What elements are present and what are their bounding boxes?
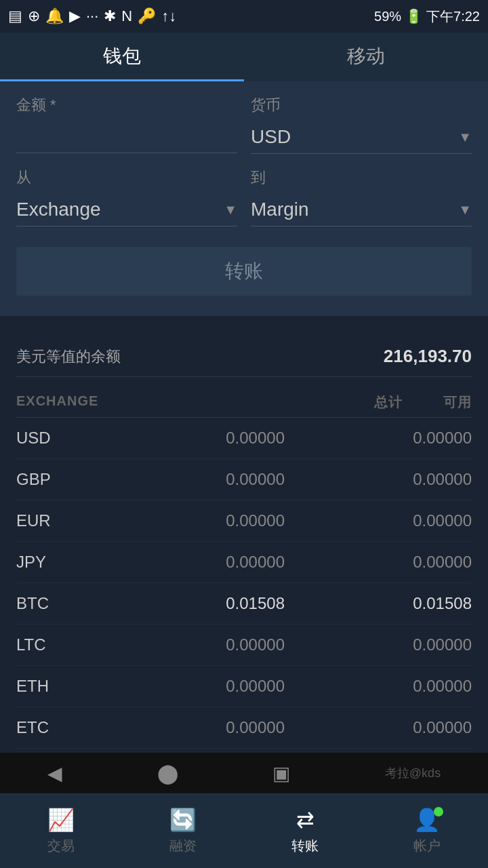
currency-total: 0.00000 <box>98 470 285 489</box>
bottom-nav: 📈 交易 🔄 融资 ⇄ 转账 👤 帐户 <box>0 793 488 868</box>
available-header: 可用 <box>443 393 472 412</box>
tab-bar: 钱包 移动 <box>0 33 488 81</box>
home-button[interactable]: ⬤ <box>157 762 178 785</box>
signal-icon: ↑↓ <box>161 7 176 25</box>
from-group: 从 Exchange ▼ <box>16 167 237 226</box>
to-value: Margin <box>251 199 458 220</box>
system-nav: ◀ ⬤ ▣ 考拉@kds <box>0 753 488 793</box>
currency-name: GBP <box>16 470 98 489</box>
currency-available: 0.00000 <box>285 718 472 737</box>
amount-group: 金额 * <box>16 95 237 154</box>
to-label: 到 <box>251 167 472 188</box>
notification-icon: ▤ <box>8 7 22 25</box>
currency-group: 货币 USD ▼ <box>251 95 472 154</box>
currency-available: 0.00000 <box>285 677 472 696</box>
amount-label: 金额 * <box>16 95 237 115</box>
battery-icon: 🔋 <box>405 8 422 24</box>
currency-chevron-icon: ▼ <box>458 130 472 145</box>
nav-transfer[interactable]: ⇄ 转账 <box>291 807 319 855</box>
nav-account[interactable]: 👤 帐户 <box>413 807 441 855</box>
table-row: ETH 0.00000 0.00000 <box>16 666 472 707</box>
currency-available: 0.00000 <box>285 429 472 448</box>
status-left: ▤ ⊕ 🔔 ▶ ··· ✱ N 🔑 ↑↓ <box>8 7 176 25</box>
more-icon: ··· <box>86 7 98 25</box>
balance-value: 216,193.70 <box>384 346 472 367</box>
tab-wallet[interactable]: 钱包 <box>0 33 244 81</box>
currency-available: 0.00000 <box>285 470 472 489</box>
to-group: 到 Margin ▼ <box>251 167 472 226</box>
from-value: Exchange <box>16 199 224 220</box>
balance-label: 美元等值的余额 <box>16 347 121 367</box>
currency-total: 0.00000 <box>98 718 285 737</box>
currency-name: USD <box>16 429 98 448</box>
currency-available: 0.00000 <box>285 635 472 654</box>
section-label: EXCHANGE <box>16 393 98 412</box>
transfer-button[interactable]: 转账 <box>16 247 472 296</box>
currency-available: 0.01508 <box>285 594 472 613</box>
send-icon: ▶ <box>69 7 81 25</box>
currency-total: 0.00000 <box>98 677 285 696</box>
currency-name: JPY <box>16 553 98 572</box>
currency-name: ETH <box>16 677 98 696</box>
table-header: EXCHANGE 总计 可用 <box>16 384 472 418</box>
key-icon: 🔑 <box>138 7 156 25</box>
table-row: EUR 0.00000 0.00000 <box>16 500 472 542</box>
table-row: USD 0.00000 0.00000 <box>16 418 472 459</box>
from-label: 从 <box>16 167 237 188</box>
to-select[interactable]: Margin ▼ <box>251 193 472 226</box>
currency-total: 0.00000 <box>98 553 285 572</box>
currency-total: 0.01508 <box>98 594 285 613</box>
from-select[interactable]: Exchange ▼ <box>16 193 237 226</box>
amount-input[interactable] <box>16 121 237 153</box>
balance-section: 美元等值的余额 216,193.70 <box>0 323 488 384</box>
to-chevron-icon: ▼ <box>458 202 472 218</box>
currency-total: 0.00000 <box>98 429 285 448</box>
form-row-amount-currency: 金额 * 货币 USD ▼ <box>16 95 472 154</box>
recents-button[interactable]: ▣ <box>272 762 290 785</box>
balance-row: 美元等值的余额 216,193.70 <box>16 336 472 377</box>
finance-icon: 🔄 <box>169 807 197 833</box>
nfc-icon: N <box>121 7 132 25</box>
table-row: ETC 0.00000 0.00000 <box>16 707 472 749</box>
currency-value: USD <box>251 126 458 148</box>
back-button[interactable]: ◀ <box>47 762 62 785</box>
currency-total: 0.00000 <box>98 511 285 530</box>
currency-name: LTC <box>16 635 98 654</box>
table-row: BTC 0.01508 0.01508 <box>16 583 472 625</box>
watermark: 考拉@kds <box>385 765 441 781</box>
table-row: JPY 0.00000 0.00000 <box>16 542 472 583</box>
currency-name: EUR <box>16 511 98 530</box>
status-right: 59% 🔋 下午7:22 <box>374 7 480 26</box>
transfer-icon: ⇄ <box>296 807 314 833</box>
currency-select[interactable]: USD ▼ <box>251 121 472 154</box>
nav-trade[interactable]: 📈 交易 <box>47 807 75 855</box>
form-row-from-to: 从 Exchange ▼ 到 Margin ▼ <box>16 167 472 226</box>
battery-text: 59% <box>374 9 401 24</box>
status-bar: ▤ ⊕ 🔔 ▶ ··· ✱ N 🔑 ↑↓ 59% 🔋 下午7:22 <box>0 0 488 33</box>
bluetooth-icon: ✱ <box>104 7 116 25</box>
trade-icon: 📈 <box>47 807 75 833</box>
table-row: LTC 0.00000 0.00000 <box>16 625 472 666</box>
currency-available: 0.00000 <box>285 553 472 572</box>
alert-icon: 🔔 <box>45 7 64 25</box>
currency-name: BTC <box>16 594 98 613</box>
online-indicator <box>434 807 443 816</box>
tab-move[interactable]: 移动 <box>244 33 488 81</box>
time-text: 下午7:22 <box>426 7 480 26</box>
from-chevron-icon: ▼ <box>224 202 237 218</box>
total-header: 总计 <box>374 393 403 412</box>
nav-finance[interactable]: 🔄 融资 <box>169 807 197 855</box>
currency-available: 0.00000 <box>285 511 472 530</box>
form-area: 金额 * 货币 USD ▼ 从 Exchange ▼ 到 Margin ▼ <box>0 81 488 316</box>
app-icon: ⊕ <box>28 7 40 25</box>
table-header-right: 总计 可用 <box>374 393 472 412</box>
currency-name: ETC <box>16 718 98 737</box>
currency-total: 0.00000 <box>98 635 285 654</box>
currency-label: 货币 <box>251 95 472 115</box>
table-row: GBP 0.00000 0.00000 <box>16 459 472 500</box>
